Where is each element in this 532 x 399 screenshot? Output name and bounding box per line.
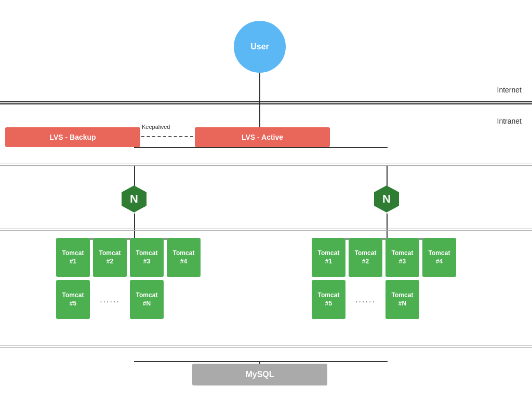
- line-to-nginx-right: [387, 165, 388, 186]
- tomcat-group-left: Tomcat #1 Tomcat #2 Tomcat #3 Tomcat #4 …: [56, 238, 204, 322]
- line-lvs-spread: [134, 147, 388, 148]
- tomcat-left-5: Tomcat #5: [56, 280, 90, 319]
- architecture-diagram: User Internet Intranet LVS - Backup Keep…: [0, 0, 532, 399]
- line-user-to-internet: [259, 73, 260, 112]
- internet-label: Internet: [497, 86, 522, 94]
- zone-line-2: [0, 165, 532, 166]
- tomcat-group-right: Tomcat #1 Tomcat #2 Tomcat #3 Tomcat #4 …: [312, 238, 460, 322]
- tomcat-left-3: Tomcat #3: [130, 238, 164, 277]
- svg-text:N: N: [382, 192, 391, 205]
- tomcat-row-left-2: Tomcat #5 ...... Tomcat #N: [56, 280, 204, 319]
- lvs-backup-label: LVS - Backup: [49, 133, 96, 141]
- internet-line-2: [0, 103, 532, 104]
- line-nginx-down-left: [134, 214, 135, 238]
- keepalived-label: Keepalived: [142, 124, 170, 130]
- tomcat-zone-line-bottom-2: [0, 347, 532, 348]
- keepalived-dashes: [141, 136, 193, 137]
- lvs-active-node: LVS - Active: [195, 127, 330, 147]
- tomcat-right-5: Tomcat #5: [312, 280, 345, 319]
- nginx-node-right: N: [372, 184, 401, 214]
- tomcat-zone-line-1: [0, 229, 532, 229]
- tomcat-right-dots: ......: [349, 280, 382, 319]
- tomcat-zone-line-2: [0, 230, 532, 231]
- tomcat-right-3: Tomcat #3: [385, 238, 419, 277]
- lvs-active-label: LVS - Active: [242, 133, 283, 141]
- tomcat-row-left-1: Tomcat #1 Tomcat #2 Tomcat #3 Tomcat #4: [56, 238, 204, 277]
- tomcat-zone-line-bottom-1: [0, 345, 532, 346]
- line-to-nginx-left: [134, 165, 135, 186]
- user-node: User: [234, 21, 286, 73]
- line-mysql-horizontal: [134, 361, 388, 362]
- internet-line-1: [0, 101, 532, 102]
- tomcat-row-right-1: Tomcat #1 Tomcat #2 Tomcat #3 Tomcat #4: [312, 238, 460, 277]
- mysql-node: MySQL: [192, 364, 327, 385]
- tomcat-right-1: Tomcat #1: [312, 238, 345, 277]
- tomcat-right-n: Tomcat #N: [385, 280, 419, 319]
- mysql-label: MySQL: [245, 370, 274, 379]
- zone-line-1: [0, 164, 532, 164]
- tomcat-right-4: Tomcat #4: [422, 238, 456, 277]
- lvs-backup-node: LVS - Backup: [5, 127, 140, 147]
- intranet-label: Intranet: [497, 117, 522, 125]
- tomcat-left-2: Tomcat #2: [93, 238, 127, 277]
- tomcat-left-4: Tomcat #4: [167, 238, 201, 277]
- user-label: User: [250, 42, 269, 51]
- tomcat-row-right-2: Tomcat #5 ...... Tomcat #N: [312, 280, 460, 319]
- tomcat-left-n: Tomcat #N: [130, 280, 164, 319]
- tomcat-left-1: Tomcat #1: [56, 238, 90, 277]
- tomcat-right-2: Tomcat #2: [349, 238, 382, 277]
- tomcat-left-dots: ......: [93, 280, 127, 319]
- line-nginx-down-right: [387, 214, 388, 238]
- svg-text:N: N: [130, 192, 138, 205]
- nginx-node-left: N: [119, 184, 149, 214]
- line-internet-to-lvs: [259, 112, 260, 127]
